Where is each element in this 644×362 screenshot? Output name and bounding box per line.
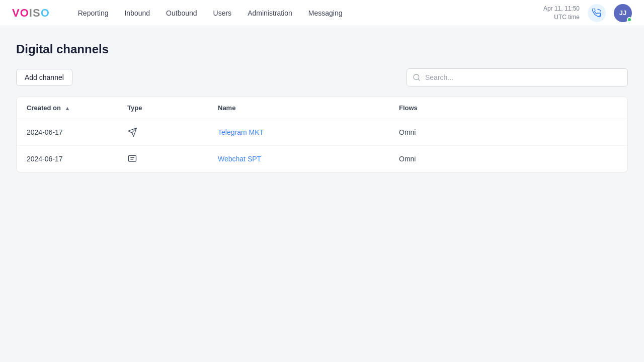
avatar-status-dot (627, 17, 632, 22)
nav-item-reporting[interactable]: Reporting (70, 0, 117, 26)
col-header-created-on[interactable]: Created on ▲ (17, 97, 117, 119)
table-header: Created on ▲ Type Name Flows (17, 97, 627, 119)
channels-table-container: Created on ▲ Type Name Flows (16, 97, 628, 172)
svg-point-0 (598, 13, 599, 14)
timezone-value: UTC time (543, 13, 580, 22)
logo-s: S (33, 7, 41, 19)
header: VOISO Reporting Inbound Outbound Users A… (0, 0, 644, 26)
search-container (407, 68, 628, 86)
cell-type-1 (117, 119, 208, 146)
cell-flows-1: Omni (389, 119, 627, 146)
nav-item-outbound[interactable]: Outbound (158, 0, 205, 26)
channel-name-link-2[interactable]: Webchat SPT (218, 155, 261, 163)
sort-icon-created: ▲ (65, 105, 70, 111)
main-content: Digital channels Add channel Created on … (0, 26, 644, 172)
table-header-row: Created on ▲ Type Name Flows (17, 97, 627, 119)
datetime: Apr 11, 11:50 UTC time (543, 5, 580, 22)
header-right: Apr 11, 11:50 UTC time JJ (543, 4, 632, 22)
telegram-icon (127, 127, 198, 137)
phone-icon (592, 9, 601, 18)
col-header-type: Type (117, 97, 208, 119)
cell-name-1: Telegram MKT (208, 119, 389, 146)
date-time-value: Apr 11, 11:50 (543, 5, 580, 13)
col-header-name: Name (208, 97, 389, 119)
page-title: Digital channels (16, 42, 628, 56)
col-header-flows: Flows (389, 97, 627, 119)
table-row: 2024-06-17 Webchat SPT (17, 146, 627, 172)
search-input[interactable] (407, 68, 628, 86)
webchat-icon (127, 154, 198, 164)
toolbar: Add channel (16, 68, 628, 86)
logo-o2: O (41, 7, 50, 19)
logo[interactable]: VOISO (12, 7, 50, 20)
phone-icon-button[interactable] (588, 4, 606, 22)
search-icon (413, 73, 421, 81)
cell-created-on-2: 2024-06-17 (17, 146, 117, 172)
logo-i: I (29, 7, 33, 19)
svg-rect-5 (129, 155, 136, 161)
table-body: 2024-06-17 Telegram MKT (17, 119, 627, 172)
channels-table: Created on ▲ Type Name Flows (17, 97, 627, 172)
cell-flows-2: Omni (389, 146, 627, 172)
cell-type-2 (117, 146, 208, 172)
nav-item-messaging[interactable]: Messaging (300, 0, 351, 26)
channel-name-link-1[interactable]: Telegram MKT (218, 128, 264, 136)
nav-item-administration[interactable]: Administration (239, 0, 300, 26)
logo-o1: O (20, 7, 29, 19)
logo-v: V (12, 7, 20, 19)
nav-item-users[interactable]: Users (205, 0, 240, 26)
avatar[interactable]: JJ (614, 4, 632, 22)
table-row: 2024-06-17 Telegram MKT (17, 119, 627, 146)
main-nav: Reporting Inbound Outbound Users Adminis… (70, 0, 543, 26)
avatar-initials: JJ (619, 9, 626, 17)
nav-item-inbound[interactable]: Inbound (116, 0, 158, 26)
cell-created-on-1: 2024-06-17 (17, 119, 117, 146)
cell-name-2: Webchat SPT (208, 146, 389, 172)
add-channel-button[interactable]: Add channel (16, 69, 72, 86)
svg-line-2 (418, 79, 420, 80)
